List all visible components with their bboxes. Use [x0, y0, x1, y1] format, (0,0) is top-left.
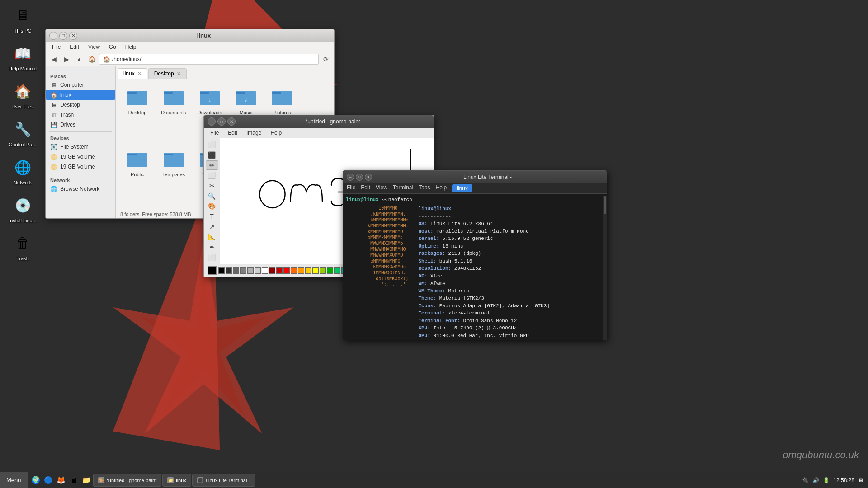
desktop-icon-trash[interactable]: 🗑 Trash: [5, 232, 41, 261]
taskbar-app-terminal[interactable]: ⬛ Linux Lite Terminal -: [192, 474, 255, 487]
palette-gray[interactable]: [233, 267, 239, 274]
paint-tool-fill[interactable]: 🎨: [206, 202, 218, 211]
filemanager-menu-view[interactable]: View: [85, 43, 103, 51]
paint-minimize-button[interactable]: –: [208, 117, 216, 126]
sidebar-item-trash[interactable]: 🗑 Trash: [46, 110, 115, 120]
palette-green[interactable]: [327, 267, 333, 274]
tab-linux[interactable]: linux ✕: [118, 68, 147, 79]
sidebar-item-computer[interactable]: 🖥 Computer: [46, 80, 115, 90]
palette-yellow[interactable]: [312, 267, 319, 274]
paint-menu-file[interactable]: File: [208, 129, 222, 137]
palette-white[interactable]: [262, 267, 268, 274]
terminal-menu-edit[interactable]: Edit: [361, 184, 370, 192]
terminal-menu-help[interactable]: Help: [436, 184, 447, 192]
palette-light-gray[interactable]: [247, 267, 254, 274]
taskbar-network-icon[interactable]: 🔌: [802, 477, 809, 483]
forward-button[interactable]: ▶: [61, 54, 72, 65]
desktop-icon-network[interactable]: 🌐 Network: [5, 156, 41, 185]
sidebar-item-drives[interactable]: 💾 Drives: [46, 120, 115, 130]
sidebar-item-vol2[interactable]: 📀 19 GB Volume: [46, 162, 115, 172]
refresh-button[interactable]: ⟳: [321, 54, 331, 65]
desktop-icon-install-linux[interactable]: 💿 Install Linu...: [5, 194, 41, 223]
taskbar-start-button[interactable]: Menu: [0, 472, 28, 488]
paint-close-button[interactable]: ✕: [227, 117, 236, 126]
paint-tool-text[interactable]: T: [206, 212, 218, 221]
paint-tool-rect-outline[interactable]: ⬜: [206, 253, 218, 262]
sidebar-item-vol1[interactable]: 📀 19 GB Volume: [46, 152, 115, 162]
terminal-menu-terminal[interactable]: Terminal: [393, 184, 413, 192]
taskbar-app-paint[interactable]: 🎨 *untitled - gnome-paint: [93, 474, 162, 487]
paint-tool-select-free[interactable]: ⬛: [206, 150, 218, 160]
paint-tool-brush[interactable]: ✒: [206, 243, 218, 252]
taskbar-icon-browser[interactable]: 🌍: [30, 474, 42, 486]
paint-tool-shape[interactable]: 📐: [206, 232, 218, 242]
terminal-maximize-button[interactable]: □: [356, 174, 363, 181]
palette-dark-red[interactable]: [269, 267, 275, 274]
sidebar-item-desktop[interactable]: 🖥 Desktop: [46, 100, 115, 110]
terminal-scrollbar[interactable]: [603, 196, 607, 340]
taskbar-volume-icon[interactable]: 🔊: [812, 477, 819, 483]
palette-yellow-green[interactable]: [320, 267, 326, 274]
tab-desktop-close[interactable]: ✕: [177, 71, 181, 77]
tab-desktop[interactable]: Desktop ✕: [148, 68, 187, 79]
terminal-body[interactable]: linux@linux ~$ neofetch .10MMMMO ,kNMMMM…: [343, 194, 607, 340]
palette-red[interactable]: [276, 267, 283, 274]
taskbar-app-filemanager[interactable]: 📁 linux: [162, 474, 191, 487]
palette-mid-gray[interactable]: [240, 267, 246, 274]
desktop-icon-this-pc[interactable]: 🖥 This PC: [5, 5, 41, 33]
taskbar-battery-icon[interactable]: 🔋: [823, 477, 830, 483]
desktop-icon-control-panel[interactable]: 🔧 Control Pa...: [5, 118, 41, 147]
terminal-close-button[interactable]: ✕: [365, 174, 372, 181]
tab-linux-close[interactable]: ✕: [137, 71, 142, 77]
palette-amber[interactable]: [298, 267, 304, 274]
taskbar-icon-firefox[interactable]: 🦊: [55, 474, 67, 486]
paint-menu-edit[interactable]: Edit: [225, 129, 240, 137]
paint-tool-scissors[interactable]: ✂: [206, 181, 218, 191]
file-item-documents[interactable]: Documents: [157, 84, 190, 143]
palette-dark-gray[interactable]: [226, 267, 232, 274]
palette-bright-red[interactable]: [283, 267, 290, 274]
terminal-menu-file[interactable]: File: [347, 184, 355, 192]
up-button[interactable]: ▲: [74, 54, 85, 65]
palette-gold[interactable]: [305, 267, 311, 274]
terminal-tab-linux[interactable]: linux: [452, 184, 472, 192]
taskbar-icon-terminal[interactable]: 🖥: [68, 474, 80, 486]
palette-orange[interactable]: [291, 267, 297, 274]
home-button[interactable]: 🏠: [86, 54, 97, 65]
taskbar-icon-files[interactable]: 📁: [80, 474, 92, 486]
paint-active-color[interactable]: [208, 266, 217, 275]
sidebar-item-linux[interactable]: 🏠 linux: [46, 90, 115, 100]
desktop-icon-help-manual[interactable]: 📖 Help Manual: [5, 42, 41, 71]
filemanager-minimize-button[interactable]: –: [49, 32, 57, 40]
terminal-minimize-button[interactable]: –: [347, 174, 354, 181]
paint-tool-eraser[interactable]: ⬜: [206, 171, 218, 180]
paint-tool-pencil[interactable]: ✏: [206, 160, 218, 170]
palette-teal-green[interactable]: [334, 267, 340, 274]
file-item-templates[interactable]: Templates: [157, 146, 190, 205]
filemanager-menu-help[interactable]: Help: [123, 43, 139, 51]
back-button[interactable]: ◀: [48, 54, 59, 65]
file-item-desktop[interactable]: Desktop: [121, 84, 154, 143]
taskbar-icon-chromium[interactable]: 🔵: [42, 474, 54, 486]
filemanager-maximize-button[interactable]: □: [59, 32, 67, 40]
file-item-public[interactable]: Public: [121, 146, 154, 205]
paint-tool-select-rect[interactable]: ⬜: [206, 140, 218, 150]
sidebar-item-filesystem[interactable]: 💽 File System: [46, 142, 115, 152]
filemanager-close-button[interactable]: ✕: [69, 32, 77, 40]
paint-menu-image[interactable]: Image: [244, 129, 264, 137]
filemanager-menu-file[interactable]: File: [49, 43, 63, 51]
palette-silver[interactable]: [255, 267, 261, 274]
filemanager-menu-edit[interactable]: Edit: [67, 43, 82, 51]
address-bar[interactable]: 🏠 /home/linux/: [99, 54, 319, 65]
sidebar-item-browse-network[interactable]: 🌐 Browse Network: [46, 184, 115, 194]
desktop-icon-user-files[interactable]: 🏠 User Files: [5, 80, 41, 109]
terminal-menu-view[interactable]: View: [376, 184, 387, 192]
paint-maximize-button[interactable]: □: [217, 117, 226, 126]
palette-black[interactable]: [218, 267, 225, 274]
filemanager-menu-go[interactable]: Go: [106, 43, 119, 51]
taskbar-display-icon[interactable]: 🖥: [858, 477, 863, 483]
paint-menu-help[interactable]: Help: [268, 129, 284, 137]
terminal-scroll-thumb[interactable]: [604, 196, 606, 214]
paint-tool-line[interactable]: ↗: [206, 222, 218, 231]
paint-tool-zoom[interactable]: 🔍: [206, 191, 218, 201]
